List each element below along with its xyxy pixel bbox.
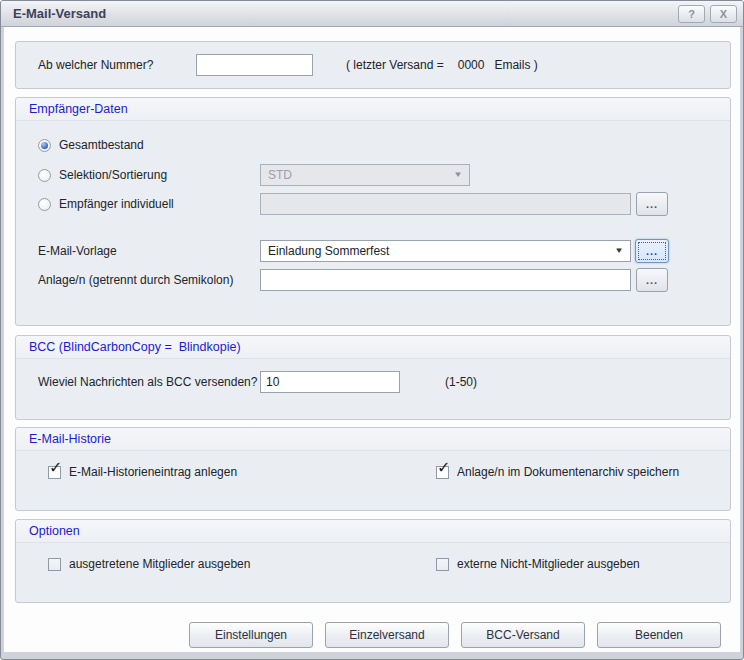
number-panel: Ab welcher Nummer? ( letzter Versand =00… (15, 41, 731, 89)
checkbox-checked-icon: ✓ (48, 466, 61, 479)
close-icon: X (720, 8, 727, 20)
last-send-hint: ( letzter Versand =0000Emails ) (346, 42, 538, 88)
checkbox-unchecked-icon (48, 558, 61, 571)
anlage-browse-button[interactable]: ... (636, 268, 668, 292)
bcc-header: BCC (BlindCarbonCopy = Blindkopie) (16, 336, 730, 359)
vorlage-dropdown[interactable]: Einladung Sommerfest ▼ (260, 240, 631, 262)
empfaenger-individuell-browse-button[interactable]: ... (636, 192, 668, 216)
check-icon: ✓ (437, 460, 450, 476)
checkbox-ausgetretene-mitglieder[interactable]: ausgetretene Mitglieder ausgeben (48, 556, 250, 572)
checkbox-unchecked-icon (436, 558, 449, 571)
close-button[interactable]: X (710, 5, 737, 23)
bcc-question-label: Wieviel Nachrichten als BCC versenden? (38, 375, 257, 389)
chevron-down-icon: ▼ (614, 247, 624, 255)
window-title: E-Mail-Versand (13, 6, 673, 21)
bcc-range-label: (1-50) (445, 375, 477, 389)
radio-unselected-icon (38, 198, 51, 211)
email-versand-dialog: E-Mail-Versand ? X Ab welcher Nummer? ( … (0, 0, 744, 660)
bcc-panel: BCC (BlindCarbonCopy = Blindkopie) Wievi… (15, 335, 731, 420)
empfaenger-individuell-input[interactable] (260, 193, 631, 215)
einstellungen-button[interactable]: Einstellungen (189, 622, 313, 648)
checkbox-dokumentenarchiv[interactable]: ✓ Anlage/n im Dokumentenarchiv speichern (436, 464, 679, 480)
radio-gesamtbestand[interactable]: Gesamtbestand (38, 137, 144, 153)
radio-empfaenger-individuell[interactable]: Empfänger individuell (38, 196, 174, 212)
number-input[interactable] (196, 54, 313, 76)
selektion-dropdown[interactable]: STD ▼ (260, 164, 470, 186)
bcc-count-input[interactable] (260, 371, 400, 393)
historie-panel: E-Mail-Historie ✓ E-Mail-Historieneintra… (15, 427, 731, 511)
beenden-button[interactable]: Beenden (597, 622, 721, 648)
radio-dot (41, 142, 48, 149)
checkbox-historieneintrag[interactable]: ✓ E-Mail-Historieneintrag anlegen (48, 464, 237, 480)
vorlage-browse-button[interactable]: ... (635, 239, 669, 263)
anlage-input[interactable] (260, 269, 631, 291)
einzelversand-button[interactable]: Einzelversand (325, 622, 449, 648)
optionen-header: Optionen (16, 520, 730, 543)
anlage-label: Anlage/n (getrennt durch Semikolon) (38, 273, 233, 287)
empfaenger-daten-header: Empfänger-Daten (16, 98, 730, 121)
number-label: Ab welcher Nummer? (38, 58, 153, 72)
last-send-count: 0000 (458, 58, 485, 72)
radio-selected-icon (38, 139, 51, 152)
checkbox-externe-nicht-mitglieder[interactable]: externe Nicht-Mitglieder ausgeben (436, 556, 640, 572)
vorlage-label: E-Mail-Vorlage (38, 244, 117, 258)
footer-button-bar: Einstellungen Einzelversand BCC-Versand … (1, 622, 721, 648)
empfaenger-daten-panel: Empfänger-Daten Gesamtbestand Selektion/… (15, 97, 731, 326)
checkbox-checked-icon: ✓ (436, 466, 449, 479)
vorlage-selected-value: Einladung Sommerfest (268, 244, 389, 258)
help-icon: ? (688, 8, 695, 20)
help-button[interactable]: ? (678, 5, 705, 23)
radio-selektion-sortierung[interactable]: Selektion/Sortierung (38, 167, 167, 183)
historie-header: E-Mail-Historie (16, 428, 730, 451)
bcc-versand-button[interactable]: BCC-Versand (461, 622, 585, 648)
radio-unselected-icon (38, 169, 51, 182)
optionen-panel: Optionen ausgetretene Mitglieder ausgebe… (15, 519, 731, 603)
chevron-down-icon: ▼ (453, 171, 463, 179)
titlebar: E-Mail-Versand ? X (1, 1, 743, 27)
check-icon: ✓ (49, 460, 62, 476)
